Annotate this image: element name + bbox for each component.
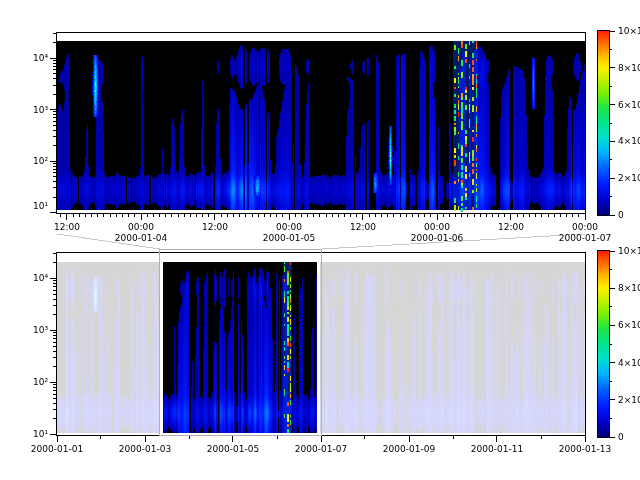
detail-colorbar-gradient: [597, 30, 610, 216]
freq-tick-label: 10³: [33, 105, 48, 115]
date-tick-label: 2000-01-04: [115, 233, 168, 243]
context-colorbar-axis: 10×10⁷8×10⁷6×10⁷4×10⁷2×10⁷0: [609, 246, 640, 442]
freq-tick-label: 10²: [33, 156, 48, 166]
colorbar-tick-label: 4×10⁷: [618, 136, 640, 146]
colorbar-tick-label: 8×10⁷: [618, 63, 640, 73]
time-tick-label: 12:00: [54, 222, 80, 232]
context-colorbar-gradient: [597, 250, 610, 438]
tick-mark: [57, 234, 160, 249]
time-tick-label: 00:00: [128, 222, 154, 232]
colorbar-tick-label: 6×10⁷: [618, 100, 640, 110]
spectrogram-viewer: 12:0000:002000-01-0412:0000:002000-01-05…: [0, 0, 640, 480]
date-tick-label: 2000-01-07: [295, 444, 347, 454]
zoom-selection-box[interactable]: [159, 249, 322, 436]
detail-spectrogram-canvas[interactable]: [57, 33, 585, 213]
colorbar-tick-label: 0: [618, 210, 624, 220]
date-tick-label: 2000-01-05: [207, 444, 259, 454]
freq-tick-label: 10⁴: [33, 273, 48, 283]
time-tick-label: 12:00: [350, 222, 376, 232]
date-tick-label: 2000-01-05: [263, 233, 315, 243]
tick-mark: [322, 234, 585, 249]
freq-tick-label: 10⁴: [33, 53, 48, 63]
freq-tick-label: 10³: [33, 325, 48, 335]
detail-colorbar-axis: 10×10⁷8×10⁷6×10⁷4×10⁷2×10⁷0: [609, 26, 640, 220]
freq-tick-label: 10²: [33, 377, 48, 387]
time-tick-label: 00:00: [424, 222, 450, 232]
freq-tick-label: 10¹: [33, 429, 48, 439]
zoom-connector-lines: [57, 234, 585, 249]
colorbar-tick-label: 2×10⁷: [618, 173, 640, 183]
time-tick-label: 00:00: [276, 222, 302, 232]
date-tick-label: 2000-01-03: [119, 444, 171, 454]
date-tick-label: 2000-01-11: [471, 444, 523, 454]
date-tick-label: 2000-01-07: [559, 233, 611, 243]
date-tick-label: 2000-01-01: [31, 444, 83, 454]
colorbar-tick-label: 4×10⁷: [618, 358, 640, 368]
date-tick-label: 2000-01-09: [383, 444, 436, 454]
colorbar-tick-label: 0: [618, 432, 624, 442]
date-tick-label: 2000-01-13: [559, 444, 611, 454]
freq-tick-label: 10¹: [33, 201, 48, 211]
time-tick-label: 12:00: [202, 222, 228, 232]
time-tick-label: 12:00: [498, 222, 524, 232]
time-tick-label: 00:00: [572, 222, 598, 232]
colorbar-tick-label: 2×10⁷: [618, 395, 640, 405]
colorbar-tick-label: 8×10⁷: [618, 283, 640, 293]
colorbar-tick-label: 10×10⁷: [618, 26, 640, 36]
colorbar-tick-label: 10×10⁷: [618, 246, 640, 256]
colorbar-tick-label: 6×10⁷: [618, 320, 640, 330]
date-tick-label: 2000-01-06: [411, 233, 464, 243]
